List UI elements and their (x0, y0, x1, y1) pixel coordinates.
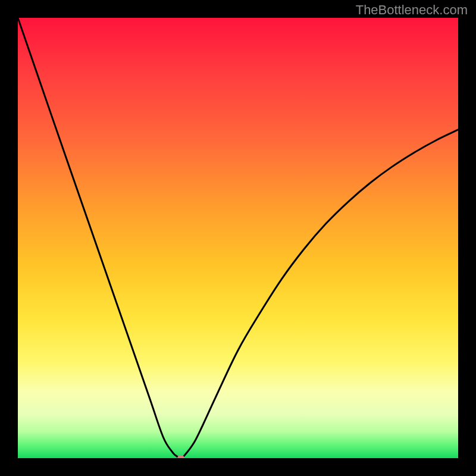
chart-frame: TheBottleneck.com (0, 0, 476, 476)
plot-area (18, 18, 458, 458)
watermark-label: TheBottleneck.com (356, 2, 468, 18)
minimum-marker (177, 456, 184, 459)
bottleneck-curve (18, 18, 458, 458)
